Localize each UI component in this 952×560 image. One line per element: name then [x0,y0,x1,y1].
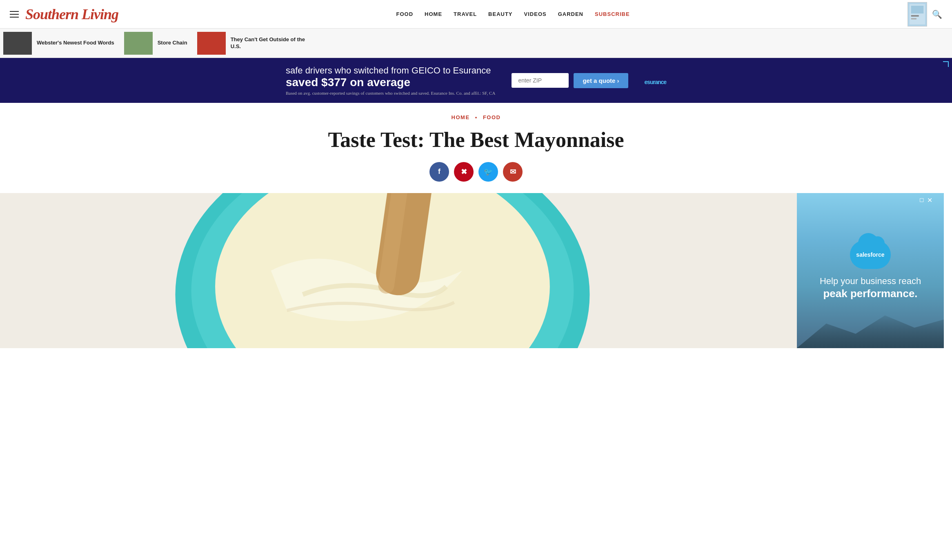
social-share-bar: f ✖ 🐦 ✉ [0,162,952,182]
twitter-share-button[interactable]: 🐦 [478,162,498,182]
pinterest-share-button[interactable]: ✖ [454,162,474,182]
nav-home[interactable]: HOME [425,11,442,17]
nav-videos[interactable]: VIDEOS [524,11,547,17]
breadcrumb-home[interactable]: HOME [452,114,470,120]
ad-savings: saved $377 on average [286,76,410,89]
ticker-thumb-2 [124,32,153,55]
ad-close-button[interactable]: ✕ [927,196,932,204]
email-share-button[interactable]: ✉ [503,162,523,182]
salesforce-cloud-logo: salesforce [850,240,891,269]
pinterest-icon: ✖ [461,167,467,176]
twitter-icon: 🐦 [484,167,493,176]
ad-headline: safe drivers who switched from GEICO to … [286,65,495,89]
nav-subscribe[interactable]: SUBSCRIBE [595,11,630,17]
magazine-thumbnail[interactable] [908,2,927,27]
main-nav: FOOD HOME TRAVEL BEAUTY VIDEOS GARDEN SU… [396,11,629,17]
breadcrumb-category[interactable]: FOOD [483,114,501,120]
ad-border-decoration [943,61,949,67]
svg-rect-2 [911,5,924,13]
content-area: ◻ ✕ salesforce Help your business reach … [0,193,952,348]
nav-beauty[interactable]: BEAUTY [488,11,512,17]
salesforce-brand: salesforce [856,251,884,258]
sidebar-advertisement: ◻ ✕ salesforce Help your business reach … [797,193,944,348]
salesforce-ad-text: Help your business reach peak performanc… [820,276,921,301]
ad-banner: safe drivers who switched from GEICO to … [0,58,952,103]
ad-brand-logo: esurance [645,74,666,87]
breadcrumb: HOME • FOOD [0,103,952,124]
article-title: Taste Test: The Best Mayonnaise [0,124,952,162]
article-hero-image [0,193,797,348]
nav-food[interactable]: FOOD [396,11,413,17]
ticker-item-3[interactable]: They Can't Get Outside of the U.S. [197,32,312,55]
svg-rect-4 [911,18,916,19]
ticker-text-3: They Can't Get Outside of the U.S. [231,36,312,50]
ad-quote-button[interactable]: get a quote › [574,73,628,88]
ticker-thumb-1 [3,32,32,55]
ad-banner-right: get a quote › [512,73,628,88]
facebook-icon: f [438,167,440,176]
mountain-decoration [797,307,944,348]
nav-garden[interactable]: GARDEN [558,11,583,17]
site-title[interactable]: Southern Living [25,6,118,23]
site-header: Southern Living FOOD HOME TRAVEL BEAUTY … [0,0,952,29]
hamburger-menu[interactable] [10,11,19,18]
salesforce-headline: Help your business reach [820,276,921,286]
email-icon: ✉ [510,167,516,176]
ticker-bar: Webster's Newest Food Words Store Chain … [0,29,952,58]
search-icon[interactable]: 🔍 [932,9,942,19]
header-left: Southern Living [10,6,118,23]
ticker-text-1: Webster's Newest Food Words [37,40,114,47]
ticker-thumb-3 [197,32,226,55]
salesforce-emphasis: peak performance. [823,287,917,300]
ticker-text-2: Store Chain [158,40,187,47]
ticker-item-1[interactable]: Webster's Newest Food Words [3,32,114,55]
header-right: 🔍 [908,2,942,27]
ad-zip-input[interactable] [512,73,569,88]
svg-rect-3 [911,15,919,16]
facebook-share-button[interactable]: f [429,162,449,182]
ad-fine-print: Based on avg. customer-reported savings … [286,91,495,96]
ad-expand-button[interactable]: ◻ [919,196,924,203]
ad-banner-left: safe drivers who switched from GEICO to … [286,65,495,96]
ticker-item-2[interactable]: Store Chain [124,32,187,55]
breadcrumb-separator: • [475,114,478,120]
nav-travel[interactable]: TRAVEL [454,11,477,17]
